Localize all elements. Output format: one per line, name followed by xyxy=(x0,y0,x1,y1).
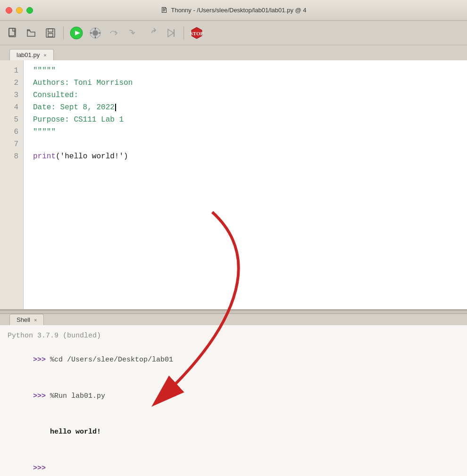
shell-tab-bar: Shell × xyxy=(0,314,467,325)
shell-prompt-3: >>> xyxy=(33,464,46,472)
shell-output-text: hello world! xyxy=(33,428,101,436)
traffic-lights xyxy=(6,7,33,14)
shell-cd-command: >>> %cd /Users/slee/Desktop/lab01 xyxy=(8,342,459,378)
editor-tab-label: lab01.py xyxy=(17,51,40,58)
debug-button[interactable] xyxy=(87,25,103,41)
new-file-button[interactable] xyxy=(5,25,21,41)
line-number-2: 2 xyxy=(0,77,23,90)
toolbar: STOP xyxy=(0,21,467,45)
shell-run-command: >>> %Run lab01.py xyxy=(8,378,459,414)
open-file-button[interactable] xyxy=(24,25,40,41)
line-number-3: 3 xyxy=(0,90,23,102)
shell-python-version: Python 3.7.9 (bundled) xyxy=(8,330,459,342)
window-title: 🖹 Thonny - /Users/slee/Desktop/lab01/lab… xyxy=(160,6,306,15)
step-out-button[interactable] xyxy=(144,25,160,41)
shell-tab-close[interactable]: × xyxy=(34,317,37,323)
shell-tab-label: Shell xyxy=(17,316,30,323)
shell-area[interactable]: Python 3.7.9 (bundled) >>> %cd /Users/sl… xyxy=(0,325,467,476)
svg-rect-2 xyxy=(46,29,55,37)
line-number-5: 5 xyxy=(0,114,23,126)
text-cursor xyxy=(115,104,116,111)
minimize-button[interactable] xyxy=(16,7,23,14)
editor-tab-bar: lab01.py × xyxy=(0,45,467,60)
shell-prompt-2: >>> xyxy=(33,392,50,400)
shell-cmd-1: %cd /Users/slee/Desktop/lab01 xyxy=(50,356,173,364)
line-number-8: 8 xyxy=(0,151,23,163)
svg-rect-0 xyxy=(9,28,15,36)
maximize-button[interactable] xyxy=(26,7,33,14)
code-line-3: Consulted: xyxy=(33,90,458,102)
code-line-5: Purpose: CS111 Lab 1 xyxy=(33,114,458,126)
svg-marker-13 xyxy=(168,29,174,37)
run-button[interactable] xyxy=(68,25,84,41)
shell-tab[interactable]: Shell × xyxy=(9,314,44,325)
stop-button[interactable]: STOP xyxy=(189,25,205,41)
file-icon: 🖹 xyxy=(160,6,168,15)
code-line-2: Authors: Toni Morrison xyxy=(33,77,458,90)
resume-button[interactable] xyxy=(163,25,179,41)
editor-area: 1 2 3 4 5 6 7 8 """"" Authors: Toni Morr… xyxy=(0,60,467,310)
toolbar-separator-2 xyxy=(183,26,184,40)
code-line-7 xyxy=(33,139,458,151)
svg-text:STOP: STOP xyxy=(190,31,203,36)
shell-cmd-2: %Run lab01.py xyxy=(50,392,105,400)
editor-tab-close[interactable]: × xyxy=(43,52,46,58)
svg-point-8 xyxy=(92,30,98,36)
shell-empty-prompt: >>> xyxy=(8,450,459,476)
step-over-button[interactable] xyxy=(106,25,122,41)
toolbar-separator-1 xyxy=(63,26,64,40)
title-bar: 🖹 Thonny - /Users/slee/Desktop/lab01/lab… xyxy=(0,0,467,21)
editor-tab[interactable]: lab01.py × xyxy=(9,49,54,60)
close-button[interactable] xyxy=(6,7,12,14)
line-numbers: 1 2 3 4 5 6 7 8 xyxy=(0,60,24,309)
shell-prompt-1: >>> xyxy=(33,356,50,364)
line-number-4: 4 xyxy=(0,102,23,114)
code-line-4: Date: Sept 8, 2022 xyxy=(33,102,458,114)
code-editor[interactable]: """"" Authors: Toni Morrison Consulted: … xyxy=(24,60,467,309)
line-number-6: 6 xyxy=(0,126,23,139)
line-number-7: 7 xyxy=(0,139,23,151)
step-into-button[interactable] xyxy=(125,25,141,41)
save-file-button[interactable] xyxy=(42,25,58,41)
svg-rect-4 xyxy=(48,33,53,37)
code-line-6: """"" xyxy=(33,126,458,139)
panel-divider[interactable] xyxy=(0,310,467,314)
svg-rect-3 xyxy=(48,29,53,32)
code-line-8: print('hello world!') xyxy=(33,151,458,163)
shell-panel: Shell × Python 3.7.9 (bundled) >>> %cd /… xyxy=(0,314,467,476)
code-line-1: """"" xyxy=(33,65,458,77)
line-number-1: 1 xyxy=(0,65,23,77)
shell-output-line: hello world! xyxy=(8,414,459,451)
